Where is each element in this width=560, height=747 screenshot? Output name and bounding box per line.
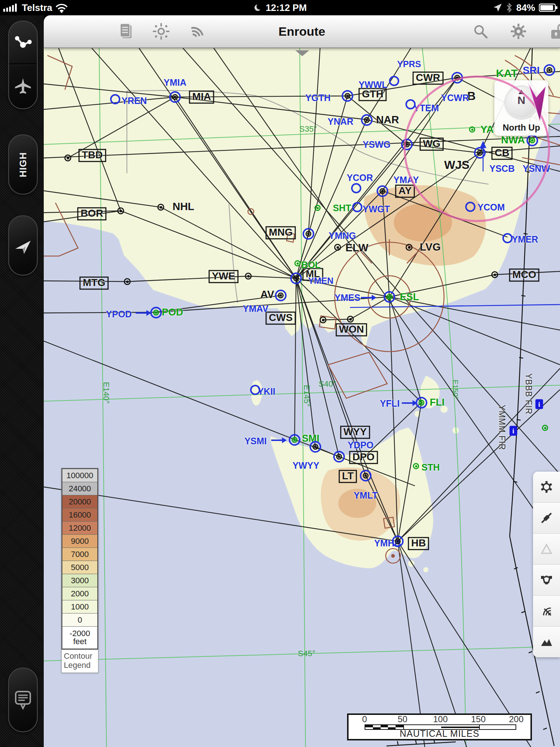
map-label-ydpo: YDPO	[348, 441, 374, 450]
contour-legend-rows: 1000002400020000160001200090007000500030…	[62, 468, 98, 650]
map-label-ymay: YMAY	[393, 175, 419, 185]
compass-dial: N	[505, 85, 538, 119]
map-label-yscb: YSCB	[489, 164, 514, 174]
arrow-blue	[136, 312, 149, 314]
map-label-ygth: YGTH	[305, 93, 330, 103]
route-leg-icon	[539, 511, 554, 525]
lock-button[interactable]	[546, 20, 560, 42]
arc-sector-icon	[539, 604, 554, 618]
navaid-layer-button[interactable]	[533, 472, 560, 503]
scale-tick-100: 100	[433, 714, 448, 724]
vor-green	[416, 397, 427, 409]
info-icon[interactable]	[510, 426, 517, 436]
compass-n-label: N	[505, 95, 538, 106]
brightness-button[interactable]	[150, 20, 172, 42]
vor-blue	[275, 290, 287, 301]
contour-row-24000: 24000	[62, 482, 97, 495]
map-label-elw: ELW	[346, 243, 369, 253]
search-icon	[471, 22, 490, 40]
airspace-icon	[539, 573, 554, 587]
map-label-fli: FLI	[430, 398, 445, 408]
map-label-pod: POD	[162, 307, 183, 318]
radar-sector-button[interactable]	[533, 596, 560, 627]
route-planner-button[interactable]	[9, 22, 37, 63]
circle-open-blue	[351, 183, 361, 193]
map-label-ycwr: YCWR	[441, 93, 469, 103]
top-toolbar: Enroute	[44, 15, 560, 48]
status-bar: Telstra 12:12 PM 84%	[0, 0, 560, 15]
map-label-e140: E140°	[102, 382, 110, 404]
center-on-location-button[interactable]	[9, 216, 37, 275]
map-label-nhl: NHL	[172, 201, 194, 212]
documents-button[interactable]	[115, 20, 137, 42]
map-label-dpo: DPO	[349, 451, 378, 464]
flight-mode-button[interactable]	[9, 65, 37, 107]
vor-green	[289, 434, 300, 446]
radio-waves-icon	[188, 22, 206, 40]
map-tool-palette	[533, 472, 560, 657]
map-label-sth: STH	[421, 463, 440, 472]
app-screen: Telstra 12:12 PM 84%	[0, 0, 560, 747]
contour-row-1000: 1000	[62, 600, 97, 614]
dot-black	[117, 208, 124, 214]
enroute-chart-map[interactable]: MIATBDBORMTGYWEMNGMLCWSWONGTHCWRWGAYCBMC…	[44, 15, 560, 747]
arrow-blue	[361, 297, 374, 298]
circle-open-blue	[405, 99, 416, 109]
airway-layer-button[interactable]	[533, 503, 560, 534]
map-label-ymer: YMER	[512, 235, 538, 244]
map-label-av: AV	[260, 289, 274, 300]
map-label-bor: BOR	[77, 207, 106, 220]
dot-black	[491, 271, 498, 278]
unlock-icon	[548, 22, 560, 41]
info-icon[interactable]	[536, 399, 543, 409]
airplane-icon	[13, 77, 32, 96]
map-label-wg: WG	[420, 138, 444, 151]
mountains-icon	[539, 635, 554, 649]
chart-level-high-button[interactable]: HIGH	[9, 135, 37, 194]
circle-open-blue	[110, 94, 120, 104]
search-button[interactable]	[470, 20, 491, 42]
circle-open-blue	[352, 202, 362, 212]
map-label-ytem: YTEM	[413, 104, 439, 113]
scale-tick-50: 50	[398, 714, 408, 724]
dot-green	[469, 127, 475, 133]
vor-blue	[169, 91, 181, 103]
left-sidebar: HIGH	[0, 15, 44, 747]
map-label-mng: MNG	[265, 226, 296, 239]
traffic-button[interactable]	[186, 20, 208, 42]
map-label-ymng: YMNG	[329, 231, 356, 241]
map-label-ycor: YCOR	[347, 173, 373, 183]
map-label-s45: S45°	[298, 650, 315, 658]
annotations-button[interactable]	[9, 669, 37, 731]
map-label-yren: YREN	[121, 96, 147, 106]
map-label-cwr: CWR	[413, 71, 444, 85]
circle-open-blue	[502, 233, 513, 243]
dot-black	[245, 273, 252, 280]
gear-icon	[509, 22, 528, 41]
settings-button[interactable]	[508, 20, 529, 42]
airspace-layer-button[interactable]	[533, 565, 560, 596]
map-label-hb: HB	[408, 537, 429, 550]
map-label-gth: GTH	[358, 88, 386, 101]
vor-blue	[544, 64, 555, 76]
toolbar-collapse-handle[interactable]	[295, 50, 309, 56]
contour-row-7000: 7000	[62, 548, 97, 561]
arrow-blue	[271, 440, 284, 441]
map-label-mco: MCO	[509, 268, 539, 282]
dot-black	[334, 244, 341, 251]
north-up-widget[interactable]: N North Up	[494, 80, 548, 136]
map-label-s40: S40°	[319, 380, 336, 388]
waypoint-layer-button[interactable]	[533, 534, 560, 565]
contour-row-3000: 3000	[62, 574, 97, 587]
documents-icon	[117, 22, 134, 40]
scale-tick-200: 200	[509, 714, 524, 724]
arrow-blue	[402, 402, 415, 404]
dot-green	[315, 205, 321, 211]
triangle-icon	[539, 542, 554, 556]
map-label-ya: YA	[481, 124, 494, 135]
terrain-layer-button[interactable]	[533, 627, 560, 657]
brightness-icon	[152, 22, 170, 40]
map-label-sht: SHT	[333, 204, 351, 213]
map-label-ymes: YMES	[335, 293, 361, 303]
contour-row-2000: 2000	[62, 587, 97, 600]
